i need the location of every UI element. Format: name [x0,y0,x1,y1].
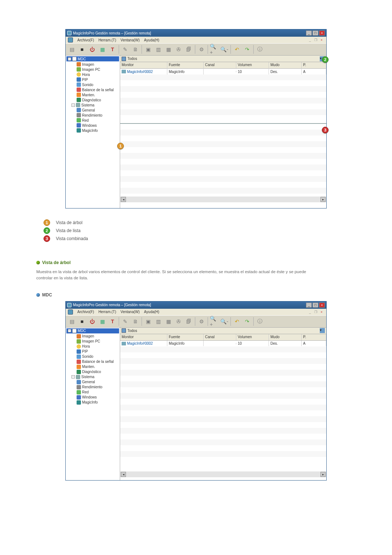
tool-btn-2[interactable]: ■ [77,317,87,326]
tree-toggle-sistema[interactable]: − [72,375,75,378]
tree-item[interactable]: Imagen PC [82,339,100,343]
col-monitor[interactable]: Monitor [120,334,167,340]
doc-min-icon[interactable]: _ [307,38,313,42]
col-extra[interactable]: P. [302,334,326,340]
tree-item[interactable]: MagicInfo [82,400,98,404]
tree-item[interactable]: Balance de la señal [82,360,114,364]
horizontal-scrollbar[interactable]: ◂ ▸ [120,471,326,477]
doc-min-icon[interactable]: _ [307,310,313,314]
close-button[interactable]: × [319,31,325,36]
tree-sistema[interactable]: Sistema [81,375,94,379]
menu-ventana[interactable]: Ventana(W) [121,38,140,42]
menu-archivo[interactable]: Archivo(F) [77,310,94,314]
tree-item[interactable]: Hora [82,73,90,77]
tree-item[interactable]: Hora [82,344,90,348]
tool-btn-zoom-out[interactable]: 🔍- [220,317,229,326]
col-volumen[interactable]: Volumen [236,334,269,340]
tree-item[interactable]: Sonido [82,355,93,358]
tool-btn-4[interactable]: ▦ [98,45,107,54]
tree-item[interactable]: PIP [82,78,88,82]
scroll-right-icon[interactable]: ▸ [320,197,326,202]
tree-item[interactable]: General [82,108,95,112]
tree-item[interactable]: Rendimiento [82,113,102,117]
col-canal[interactable]: Canal [204,62,236,68]
tree-item[interactable]: Red [82,390,89,394]
tree-root[interactable]: MDC [78,329,86,333]
horizontal-scrollbar[interactable]: ◂ ▸ [120,197,326,202]
tool-btn-6[interactable]: ✎ [121,317,130,326]
tool-btn-1[interactable]: ▤ [67,45,77,54]
tool-btn-2[interactable]: ■ [77,45,87,54]
col-fuente[interactable]: Fuente [167,62,204,68]
tool-btn-zoom-in[interactable]: 🔍+ [209,45,219,54]
tool-btn-10[interactable]: ▦ [164,45,173,54]
tool-btn-zoom-in[interactable]: 🔍+ [209,317,219,326]
col-mudo[interactable]: Mudo [269,62,302,68]
tree-item[interactable]: Manten. [82,93,95,97]
menu-ayuda[interactable]: Ayuda(H) [144,310,159,314]
tool-btn-zoom-out[interactable]: 🔍- [220,45,229,54]
doc-close-icon[interactable]: × [319,38,324,42]
tree-toggle-mdc[interactable]: − [68,57,71,61]
col-mudo[interactable]: Mudo [269,334,302,340]
tree-item[interactable]: Manten. [82,365,95,369]
col-fuente[interactable]: Fuente [167,334,204,340]
scroll-left-icon[interactable]: ◂ [121,197,126,202]
close-button[interactable]: × [319,303,325,308]
tool-btn-gear[interactable]: ⚙ [197,317,206,326]
tree-item[interactable]: Imagen [82,334,94,338]
scroll-left-icon[interactable]: ◂ [121,472,126,477]
tool-btn-7[interactable]: 🗎 [131,317,140,326]
tree-item[interactable]: Windows [82,395,97,399]
tree-item[interactable]: PIP [82,349,88,353]
tool-btn-11[interactable]: ✇ [174,317,183,326]
maximize-button[interactable]: □ [313,303,318,308]
minimize-button[interactable]: _ [306,303,312,308]
col-volumen[interactable]: Volumen [236,62,269,68]
menu-archivo[interactable]: Archivo(F) [77,38,94,42]
tree-item[interactable]: Diagnóstico [82,370,101,374]
tree-item[interactable]: General [82,380,95,384]
menu-ayuda[interactable]: Ayuda(H) [144,38,159,42]
tree-toggle-mdc[interactable]: − [68,329,71,332]
doc-restore-icon[interactable]: ❐ [313,310,318,314]
tool-btn-text[interactable]: T [108,45,117,54]
table-row[interactable]: MagicInfo#0002 MagicInfo 10 Des. A [120,341,326,347]
tool-btn-4[interactable]: ▦ [98,317,107,326]
col-monitor[interactable]: Monitor [120,62,167,68]
maximize-button[interactable]: □ [313,31,318,36]
tool-btn-undo[interactable]: ↶ [232,317,242,326]
tool-btn-9[interactable]: ▥ [154,317,163,326]
tree-item[interactable]: Imagen PC [82,68,100,72]
doc-close-icon[interactable]: × [319,310,324,314]
tool-btn-power[interactable]: ⏻ [87,45,97,54]
tree-item[interactable]: Balance de la señal [82,88,114,92]
tool-btn-redo[interactable]: ↷ [242,45,252,54]
tree-item[interactable]: Sonido [82,83,93,87]
tree-item[interactable]: Red [82,118,89,122]
tool-btn-1[interactable]: ▤ [67,317,77,326]
tree-item[interactable]: Imagen [82,62,94,66]
tool-btn-6[interactable]: ✎ [121,45,130,54]
tree-item[interactable]: Windows [82,123,97,127]
tool-btn-gear[interactable]: ⚙ [197,45,206,54]
tool-btn-8[interactable]: ▣ [143,317,153,326]
menu-herram[interactable]: Herram.(T) [98,38,116,42]
dropdown-icon[interactable]: ▾ [320,328,325,333]
tool-btn-12[interactable]: 🗐 [184,45,193,54]
tool-btn-12[interactable]: 🗐 [184,317,193,326]
col-extra[interactable]: P. [302,62,326,68]
tree-item[interactable]: MagicInfo [82,129,98,133]
menu-herram[interactable]: Herram.(T) [98,310,116,314]
tree-item[interactable]: Diagnóstico [82,98,101,102]
tool-btn-power[interactable]: ⏻ [87,317,97,326]
tool-btn-undo[interactable]: ↶ [232,45,242,54]
tool-btn-10[interactable]: ▦ [164,317,173,326]
tool-btn-info[interactable]: ⓘ [255,45,265,54]
tool-btn-text[interactable]: T [108,317,117,326]
col-canal[interactable]: Canal [204,334,236,340]
minimize-button[interactable]: _ [306,31,312,36]
tree-sistema[interactable]: Sistema [81,103,94,107]
tree-root[interactable]: MDC [78,57,86,61]
table-row[interactable]: MagicInfo#0002 MagicInfo 10 Des. A [120,69,326,74]
